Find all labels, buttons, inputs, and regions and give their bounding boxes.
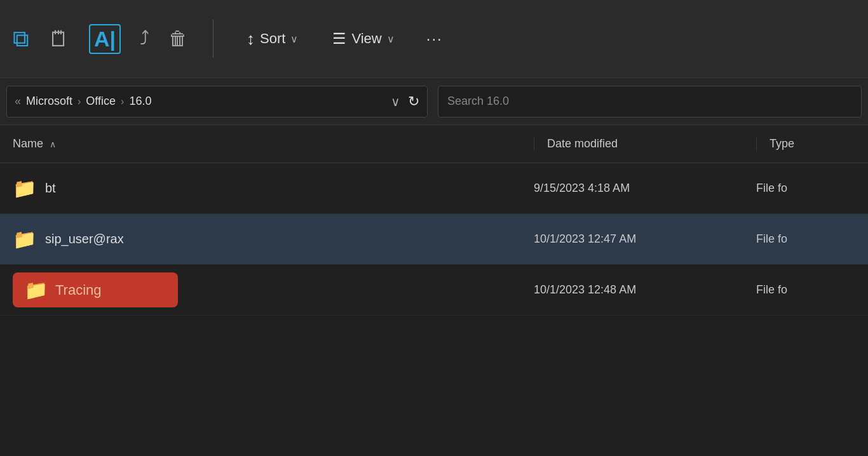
path-sep-2: ›: [121, 96, 124, 107]
column-type-header[interactable]: Type: [756, 137, 868, 151]
address-bar-container: « Microsoft › Office › 16.0 ∨ ↻ Search 1…: [0, 78, 868, 125]
column-date-header[interactable]: Date modified: [534, 137, 756, 151]
path-office[interactable]: Office: [86, 95, 116, 108]
file-type-cell: File fo: [756, 182, 855, 195]
column-name-header[interactable]: Name ∧: [13, 137, 534, 151]
file-type: File fo: [756, 283, 787, 296]
copy-icon[interactable]: ⧉: [13, 25, 29, 52]
tracing-badge: 📁 Tracing: [13, 272, 178, 307]
folder-icon: 📁: [24, 279, 48, 301]
file-date: 9/15/2023 4:18 AM: [534, 182, 630, 194]
file-list: 📁 bt 9/15/2023 4:18 AM File fo 📁 sip_use…: [0, 163, 868, 316]
file-list-header: Name ∧ Date modified Type: [0, 125, 868, 163]
file-date-cell: 9/15/2023 4:18 AM: [534, 182, 756, 195]
address-bar[interactable]: « Microsoft › Office › 16.0 ∨ ↻: [6, 86, 428, 117]
address-path: Microsoft › Office › 16.0: [26, 95, 384, 108]
refresh-icon[interactable]: ↻: [408, 93, 419, 110]
file-name-cell: 📁 sip_user@rax: [13, 228, 534, 250]
file-date: 10/1/2023 12:47 AM: [534, 232, 636, 245]
file-type-cell: File fo: [756, 283, 855, 297]
search-placeholder: Search 16.0: [447, 95, 509, 108]
file-date: 10/1/2023 12:48 AM: [534, 283, 636, 296]
file-type-cell: File fo: [756, 232, 855, 246]
rename-icon[interactable]: A|: [89, 24, 121, 54]
file-name: bt: [45, 181, 56, 196]
view-icon: ☰: [332, 30, 346, 48]
toolbar: ⧉ 🗒 A| ⤴ 🗑 ↕ Sort ∨ ☰ View ∨ ···: [0, 0, 868, 78]
sort-label: Sort: [260, 30, 285, 47]
address-dropdown-icon[interactable]: ∨: [391, 94, 400, 109]
toolbar-divider: [213, 20, 214, 58]
column-name-label: Name: [13, 137, 43, 151]
sort-button[interactable]: ↕ Sort ∨: [239, 24, 306, 54]
view-chevron-icon: ∨: [387, 33, 395, 45]
view-label: View: [351, 30, 381, 47]
path-16[interactable]: 16.0: [129, 95, 151, 108]
search-bar[interactable]: Search 16.0: [438, 86, 862, 117]
clipboard-icon[interactable]: 🗒: [48, 27, 70, 51]
file-date-cell: 10/1/2023 12:47 AM: [534, 232, 756, 246]
sort-icon: ↕: [247, 29, 255, 49]
file-date-cell: 10/1/2023 12:48 AM: [534, 283, 756, 297]
table-row[interactable]: 📁 sip_user@rax 10/1/2023 12:47 AM File f…: [0, 214, 868, 265]
share-icon[interactable]: ⤴: [140, 28, 149, 50]
file-name-cell: 📁 Tracing: [13, 272, 534, 307]
file-name: sip_user@rax: [45, 232, 124, 246]
path-sep-1: ›: [78, 96, 81, 107]
back-icon[interactable]: «: [15, 95, 21, 108]
table-row[interactable]: 📁 Tracing 10/1/2023 12:48 AM File fo: [0, 265, 868, 316]
folder-icon: 📁: [13, 177, 36, 199]
column-date-label: Date modified: [547, 137, 618, 150]
toolbar-left: ⧉ 🗒 A| ⤴ 🗑 ↕ Sort ∨ ☰ View ∨ ···: [13, 20, 855, 58]
delete-icon[interactable]: 🗑: [168, 28, 187, 50]
folder-icon: 📁: [13, 228, 36, 250]
table-row[interactable]: 📁 bt 9/15/2023 4:18 AM File fo: [0, 163, 868, 214]
more-button[interactable]: ···: [421, 25, 448, 53]
file-type: File fo: [756, 232, 787, 245]
view-button[interactable]: ☰ View ∨: [325, 25, 402, 53]
file-name-cell: 📁 bt: [13, 177, 534, 199]
file-type: File fo: [756, 182, 787, 194]
sort-ascending-icon: ∧: [50, 139, 56, 149]
path-microsoft[interactable]: Microsoft: [26, 95, 72, 108]
sort-chevron-icon: ∨: [290, 33, 298, 45]
column-type-label: Type: [770, 137, 794, 150]
file-name: Tracing: [55, 282, 102, 298]
